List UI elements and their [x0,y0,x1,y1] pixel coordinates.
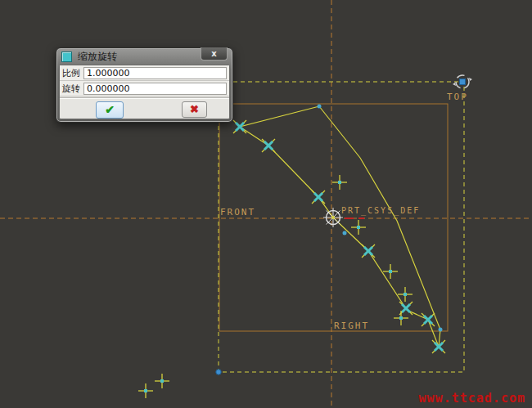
front-plane-label[interactable]: FRONT [220,207,255,217]
datum-point-star-marker[interactable] [262,139,275,152]
vertex-dot [343,231,347,235]
rotate-drag-handle[interactable] [453,75,472,88]
dialog-title: 缩放旋转 [78,48,117,65]
scale-label: 比例 [60,67,83,79]
check-icon: ✔ [105,103,115,116]
scale-input[interactable] [83,67,227,79]
corner-drag-handle[interactable] [216,370,221,374]
cad-viewport: FRONTTOPRIGHTPRT_CSYS_DEF www.ttcad.com … [0,0,532,408]
datum-point-star-marker[interactable] [422,313,435,326]
vertex-dot [318,105,322,109]
datum-point-star-marker[interactable] [362,244,375,258]
dialog-titlebar[interactable]: 缩放旋转 x [56,48,232,65]
top-plane-label[interactable]: TOP [447,92,468,102]
datum-point-star-marker[interactable] [233,120,246,133]
scale-row: 比例 [60,65,229,81]
dialog-app-icon [61,52,72,62]
watermark-text: www.ttcad.com [419,391,525,406]
rotate-input[interactable] [83,83,227,95]
datum-point-plus-marker[interactable] [332,175,347,190]
dialog-buttons: ✔ ✖ [60,98,229,120]
vertex-dot [439,328,443,332]
csys-symbol[interactable] [323,208,343,227]
cancel-button[interactable]: ✖ [182,101,207,118]
datum-point-plus-marker[interactable] [394,311,408,325]
scale-rotate-dialog: 缩放旋转 x 比例 旋转 ✔ ✖ [56,47,233,123]
datum-point-plus-marker[interactable] [138,383,153,398]
spline-curve[interactable] [240,106,440,347]
close-button[interactable]: x [201,47,228,61]
rotate-label: 旋转 [60,83,83,95]
right-plane-label[interactable]: RIGHT [334,321,369,331]
close-icon: x [211,49,216,58]
cancel-x-icon: ✖ [190,103,199,115]
datum-point-plus-marker[interactable] [351,220,366,235]
rotate-row: 旋转 [60,81,229,96]
datum-point-star-marker[interactable] [312,191,325,204]
csys-label[interactable]: PRT_CSYS_DEF [341,206,420,216]
ok-button[interactable]: ✔ [96,101,124,119]
datum-point-plus-marker[interactable] [155,374,169,388]
dialog-body: 比例 旋转 ✔ ✖ [59,65,230,119]
